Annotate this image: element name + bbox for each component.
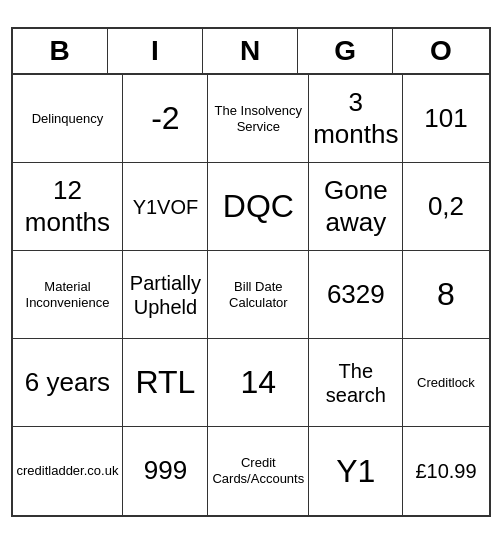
bingo-cell-1[interactable]: -2 <box>123 75 208 163</box>
bingo-cell-3[interactable]: 3 months <box>309 75 403 163</box>
bingo-cell-20[interactable]: creditladder.co.uk <box>13 427 124 515</box>
bingo-cell-24[interactable]: £10.99 <box>403 427 488 515</box>
bingo-cell-23[interactable]: Y1 <box>309 427 403 515</box>
bingo-cell-18[interactable]: The search <box>309 339 403 427</box>
cell-text-21: 999 <box>144 455 187 486</box>
cell-text-9: 0,2 <box>428 191 464 222</box>
cell-text-2: The Insolvency Service <box>212 103 304 134</box>
bingo-cell-5[interactable]: 12 months <box>13 163 124 251</box>
letter-i: I <box>108 29 203 73</box>
bingo-cell-17[interactable]: 14 <box>208 339 309 427</box>
cell-text-5: 12 months <box>17 175 119 237</box>
bingo-cell-21[interactable]: 999 <box>123 427 208 515</box>
cell-text-14: 8 <box>437 275 455 313</box>
letter-o: O <box>393 29 488 73</box>
cell-text-16: RTL <box>135 363 195 401</box>
cell-text-15: 6 years <box>25 367 110 398</box>
cell-text-22: Credit Cards/Accounts <box>212 455 304 486</box>
cell-text-17: 14 <box>241 363 277 401</box>
bingo-cell-0[interactable]: Delinquency <box>13 75 124 163</box>
bingo-cell-13[interactable]: 6329 <box>309 251 403 339</box>
bingo-cell-8[interactable]: Gone away <box>309 163 403 251</box>
bingo-cell-11[interactable]: Partially Upheld <box>123 251 208 339</box>
letter-b: B <box>13 29 108 73</box>
bingo-cell-22[interactable]: Credit Cards/Accounts <box>208 427 309 515</box>
bingo-cell-4[interactable]: 101 <box>403 75 488 163</box>
cell-text-23: Y1 <box>336 452 375 490</box>
cell-text-3: 3 months <box>313 87 398 149</box>
cell-text-4: 101 <box>424 103 467 134</box>
bingo-cell-14[interactable]: 8 <box>403 251 488 339</box>
cell-text-12: Bill Date Calculator <box>212 279 304 310</box>
cell-text-0: Delinquency <box>32 111 104 127</box>
cell-text-8: Gone away <box>313 175 398 237</box>
cell-text-1: -2 <box>151 99 179 137</box>
cell-text-24: £10.99 <box>415 459 476 483</box>
bingo-cell-10[interactable]: Material Inconvenience <box>13 251 124 339</box>
cell-text-19: Creditlock <box>417 375 475 391</box>
cell-text-18: The search <box>313 359 398 407</box>
cell-text-7: DQC <box>223 187 294 225</box>
letter-g: G <box>298 29 393 73</box>
cell-text-11: Partially Upheld <box>127 271 203 319</box>
bingo-cell-2[interactable]: The Insolvency Service <box>208 75 309 163</box>
bingo-header: B I N G O <box>13 29 489 75</box>
bingo-cell-12[interactable]: Bill Date Calculator <box>208 251 309 339</box>
bingo-cell-6[interactable]: Y1VOF <box>123 163 208 251</box>
bingo-cell-16[interactable]: RTL <box>123 339 208 427</box>
bingo-cell-9[interactable]: 0,2 <box>403 163 488 251</box>
cell-text-6: Y1VOF <box>133 195 199 219</box>
cell-text-13: 6329 <box>327 279 385 310</box>
cell-text-20: creditladder.co.uk <box>17 463 119 479</box>
cell-text-10: Material Inconvenience <box>17 279 119 310</box>
bingo-cell-7[interactable]: DQC <box>208 163 309 251</box>
bingo-cell-15[interactable]: 6 years <box>13 339 124 427</box>
bingo-cell-19[interactable]: Creditlock <box>403 339 488 427</box>
letter-n: N <box>203 29 298 73</box>
bingo-card: B I N G O Delinquency-2The Insolvency Se… <box>11 27 491 517</box>
bingo-grid: Delinquency-2The Insolvency Service3 mon… <box>13 75 489 515</box>
